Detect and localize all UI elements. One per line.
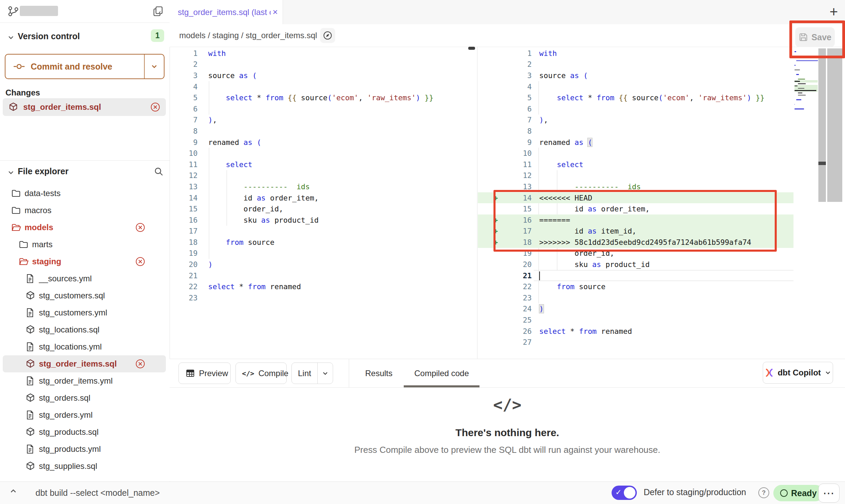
code-line-16[interactable]: +16======= [478, 214, 793, 226]
code-line-4[interactable]: 4 [170, 81, 477, 92]
discard-change-icon[interactable] [135, 256, 145, 267]
file-tree-item-stg-products-yml[interactable]: stg_products.yml [3, 441, 166, 458]
code-line-2[interactable]: 2 [170, 59, 477, 70]
minimap[interactable] [794, 50, 818, 112]
code-line-3[interactable]: 3source as ( [170, 70, 477, 81]
code-line-3[interactable]: 3source as ( [478, 70, 793, 81]
tab-close-icon[interactable]: × [273, 7, 278, 17]
code-line-18[interactable]: 18 from source [170, 237, 477, 248]
code-line-7[interactable]: 7), [170, 115, 477, 126]
code-line-19[interactable]: 19 order_id, [478, 248, 793, 259]
tab-stg-order-items[interactable]: stg_order_items.sql (last c... × [170, 0, 283, 24]
editor-pane-working[interactable]: 1with23source as (45 select * from {{ so… [170, 47, 477, 359]
code-line-15[interactable]: 15 order_id, [170, 203, 477, 214]
editor-pane-incoming[interactable]: 1with23source as (45 select * from {{ so… [478, 47, 793, 359]
code-line-1[interactable]: 1with [170, 48, 477, 59]
code-line-19[interactable]: 19 [170, 248, 477, 259]
scrollbar-track-outer[interactable] [827, 48, 842, 202]
more-options-button[interactable]: ⋯ [818, 484, 840, 503]
code-line-6[interactable]: 6 [170, 103, 477, 115]
discard-change-icon[interactable] [135, 222, 145, 233]
code-line-5[interactable]: 5 select * from {{ source('ecom', 'raw_i… [478, 92, 793, 103]
lint-button[interactable]: Lint [291, 362, 333, 384]
code-line-12[interactable]: 12 [170, 170, 477, 181]
code-line-8[interactable]: 8 [170, 125, 477, 137]
tab-compiled-code[interactable]: Compiled code [404, 359, 479, 387]
code-line-22[interactable]: 22 from source [478, 281, 793, 292]
new-tab-button[interactable]: + [826, 4, 842, 20]
file-tree-item-stg-supplies-sql[interactable]: stg_supplies.sql [3, 458, 166, 475]
code-line-11[interactable]: 11 select [478, 159, 793, 170]
code-line-26[interactable]: 26select * from renamed [478, 326, 793, 337]
code-line-12[interactable]: 12 [478, 170, 793, 181]
dbt-copilot-button[interactable]: dbt Copilot [763, 362, 833, 384]
code-line-18[interactable]: +18>>>>>>> 58c1dd23d5eebd9cd2495fa7124ab… [478, 237, 793, 248]
file-tree-item-stg-order-items-yml[interactable]: stg_order_items.yml [3, 372, 166, 389]
code-line-13[interactable]: 13 ---------- ids [478, 181, 793, 192]
changed-file-row[interactable]: stg_order_items.sql [3, 98, 166, 116]
file-tree-item-macros[interactable]: macros [3, 202, 166, 219]
help-question-icon[interactable]: ? [758, 487, 769, 498]
code-line-15[interactable]: 15 id as order_item, [478, 203, 793, 214]
scrollbar-track[interactable] [818, 48, 826, 202]
preview-button[interactable]: Preview [178, 362, 231, 384]
file-tree-item-models[interactable]: models [3, 219, 166, 236]
code-line-22[interactable]: 22select * from renamed [170, 281, 477, 292]
ready-status-badge[interactable]: Ready [773, 485, 823, 501]
version-control-header[interactable]: Version control 1 [0, 29, 170, 46]
lint-options-chevron-icon[interactable] [318, 370, 333, 377]
file-tree-item-stg-customers-yml[interactable]: stg_customers.yml [3, 304, 166, 321]
code-line-20[interactable]: 20 sku as product_id [478, 259, 793, 270]
code-line-7[interactable]: 7), [478, 115, 793, 126]
code-line-10[interactable]: 10 [170, 148, 477, 159]
code-line-9[interactable]: 9renamed as ( [170, 137, 477, 148]
code-line-8[interactable]: 8 [478, 125, 793, 137]
discard-change-icon[interactable] [135, 359, 145, 369]
lineage-compass-button[interactable] [320, 28, 335, 43]
code-line-23[interactable]: 23 [478, 292, 793, 303]
code-line-17[interactable]: 17 [170, 226, 477, 237]
expand-command-bar-icon[interactable] [9, 487, 18, 495]
copy-icon[interactable] [152, 5, 164, 17]
discard-change-icon[interactable] [150, 102, 160, 112]
file-tree-item-stg-customers-sql[interactable]: stg_customers.sql [3, 287, 166, 304]
code-line-5[interactable]: 5 select * from {{ source('ecom', 'raw_i… [170, 92, 477, 103]
commit-and-resolve-button[interactable]: Commit and resolve [5, 54, 164, 79]
scrollbar-thumb[interactable] [818, 162, 826, 165]
file-tree-item-stg-orders-sql[interactable]: stg_orders.sql [3, 389, 166, 406]
code-line-11[interactable]: 11 select [170, 159, 477, 170]
code-line-1[interactable]: 1with [478, 48, 793, 59]
code-line-13[interactable]: 13 ---------- ids [170, 181, 477, 192]
code-line-20[interactable]: 20) [170, 259, 477, 270]
file-tree-item-stg-orders-yml[interactable]: stg_orders.yml [3, 406, 166, 424]
file-tree-item-stg-order-items-sql[interactable]: stg_order_items.sql [3, 355, 166, 372]
file-tree-item--sources-yml[interactable]: __sources.yml [3, 270, 166, 287]
code-line-16[interactable]: 16 sku as product_id [170, 214, 477, 226]
code-line-24[interactable]: 24) [478, 303, 793, 315]
code-line-6[interactable]: 6 [478, 103, 793, 115]
code-line-25[interactable]: 25 [478, 314, 793, 326]
code-line-23[interactable]: 23 [170, 292, 477, 303]
commit-options-chevron-icon[interactable] [145, 62, 164, 71]
search-icon[interactable] [154, 166, 164, 177]
pane-divider[interactable] [477, 47, 477, 359]
code-line-17[interactable]: +17 id as item_id, [478, 226, 793, 237]
file-tree-item-stg-locations-yml[interactable]: stg_locations.yml [3, 338, 166, 355]
file-tree-item-stg-locations-sql[interactable]: stg_locations.sql [3, 321, 166, 338]
code-line-21[interactable]: 21 [170, 270, 477, 281]
file-tree-item-marts[interactable]: marts [3, 236, 166, 253]
code-line-10[interactable]: 10 [478, 148, 793, 159]
code-line-9[interactable]: 9renamed as ( [478, 137, 793, 148]
code-line-21[interactable]: 21 [478, 270, 793, 281]
defer-toggle[interactable]: ✓ [612, 486, 637, 500]
compile-button[interactable]: </> Compile [235, 362, 287, 384]
file-explorer-header[interactable]: File explorer [0, 164, 170, 181]
code-line-4[interactable]: 4 [478, 81, 793, 92]
code-line-27[interactable]: 27 [478, 337, 793, 348]
file-tree-item-staging[interactable]: staging [3, 253, 166, 270]
code-line-14[interactable]: +14<<<<<<< HEAD [478, 192, 793, 204]
file-tree-item-stg-products-sql[interactable]: stg_products.sql [3, 424, 166, 441]
tab-results[interactable]: Results [357, 359, 401, 387]
code-line-14[interactable]: 14 id as order_item, [170, 192, 477, 204]
file-tree-item-data-tests[interactable]: data-tests [3, 185, 166, 202]
